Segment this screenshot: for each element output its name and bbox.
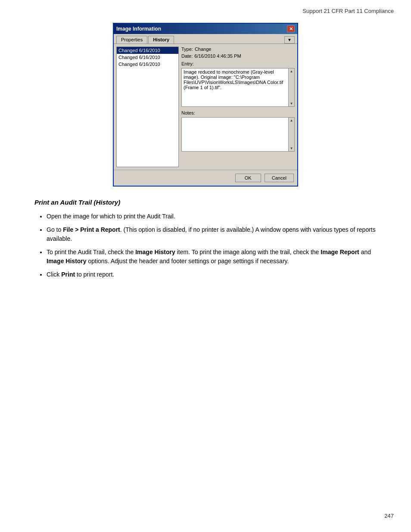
- tab-history[interactable]: History: [148, 36, 174, 44]
- scroll-down-icon[interactable]: ▼: [289, 101, 294, 106]
- type-row: Type: Change: [181, 47, 295, 52]
- scroll-up-icon[interactable]: ▲: [289, 68, 294, 74]
- page-header: Support 21 CFR Part 11 Compliance: [0, 0, 411, 19]
- notes-scroll-up-icon[interactable]: ▲: [289, 118, 294, 123]
- entry-text: Image reduced to monochrome (Gray-level …: [184, 69, 283, 90]
- ok-button[interactable]: OK: [235, 174, 261, 182]
- entry-label: Entry:: [181, 61, 295, 66]
- history-list[interactable]: Changed 6/16/2010 Changed 6/16/2010 Chan…: [116, 47, 179, 167]
- date-value: 6/16/2010 4:46:35 PM: [194, 53, 241, 59]
- dialog-tabs: Properties History ▼: [114, 34, 297, 44]
- tab-properties[interactable]: Properties: [116, 36, 147, 44]
- cancel-button[interactable]: Cancel: [265, 174, 294, 182]
- dialog-title: Image Information: [116, 26, 161, 32]
- dialog-wrapper: Image Information ✕ Properties History ▼: [34, 23, 377, 187]
- notes-scrollbar[interactable]: ▲ ▼: [288, 118, 294, 151]
- dialog-footer: OK Cancel: [114, 170, 297, 186]
- notes-box[interactable]: ▲ ▼: [181, 117, 295, 152]
- list-item-3-part-2: to print report.: [75, 271, 114, 278]
- history-item-1[interactable]: Changed 6/16/2010: [117, 54, 178, 61]
- list-item-2-part-4: and: [359, 249, 371, 255]
- tab-dropdown[interactable]: ▼: [284, 36, 295, 44]
- image-information-dialog: Image Information ✕ Properties History ▼: [113, 23, 298, 187]
- date-label: Date:: [181, 53, 193, 59]
- list-item-1-part-0: Go to: [47, 226, 63, 233]
- list-item-3-part-1: Print: [61, 271, 75, 278]
- dialog-titlebar: Image Information ✕: [114, 24, 297, 34]
- list-item-3: Click Print to print report.: [47, 270, 377, 279]
- list-item-2-part-3: Image Report: [321, 249, 359, 255]
- list-item-1: Go to File > Print a Report. (This optio…: [47, 225, 377, 243]
- type-label: Type:: [181, 47, 193, 52]
- list-item-1-part-1: File > Print a Report: [63, 226, 120, 233]
- notes-scroll-down-icon[interactable]: ▼: [289, 146, 294, 151]
- list-item-2: To print the Audit Trail, check the Imag…: [47, 248, 377, 266]
- dialog-body: Changed 6/16/2010 Changed 6/16/2010 Chan…: [114, 44, 297, 170]
- close-button[interactable]: ✕: [287, 25, 295, 32]
- section-heading: Print an Audit Trail (History): [34, 199, 377, 206]
- page-number: 247: [384, 513, 394, 519]
- entry-scrollbar[interactable]: ▲ ▼: [288, 68, 294, 106]
- type-value: Change: [195, 47, 212, 52]
- history-item-0[interactable]: Changed 6/16/2010: [117, 47, 178, 54]
- entry-box[interactable]: Image reduced to monochrome (Gray-level …: [181, 68, 295, 107]
- bullet-list: Open the image for which to print the Au…: [34, 212, 377, 279]
- tabs-container: Properties History: [116, 36, 174, 44]
- detail-panel: Type: Change Date: 6/16/2010 4:46:35 PM …: [181, 47, 295, 167]
- list-item-2-part-0: To print the Audit Trail, check the: [47, 249, 135, 255]
- date-row: Date: 6/16/2010 4:46:35 PM: [181, 53, 295, 59]
- header-text: Support 21 CFR Part 11 Compliance: [302, 8, 394, 14]
- list-item-3-part-0: Click: [47, 271, 61, 278]
- list-item-2-part-5: Image History: [47, 258, 87, 264]
- list-item-2-part-6: options. Adjust the header and footer se…: [87, 258, 289, 264]
- history-item-2[interactable]: Changed 6/16/2010: [117, 61, 178, 68]
- list-item-2-part-1: Image History: [135, 249, 175, 255]
- list-item-0-text: Open the image for which to print the Au…: [47, 213, 175, 220]
- list-item-2-part-2: item. To print the image along with the …: [175, 249, 321, 255]
- notes-label: Notes:: [181, 110, 295, 115]
- list-item-0: Open the image for which to print the Au…: [47, 212, 377, 221]
